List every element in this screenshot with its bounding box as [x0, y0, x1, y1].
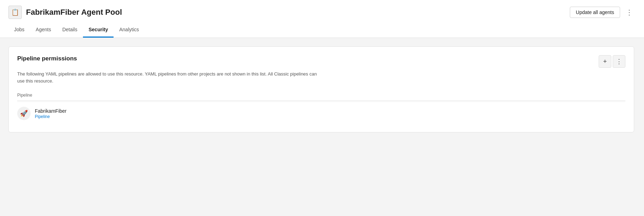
add-pipeline-button[interactable]: + — [599, 55, 611, 68]
card-description: The following YAML pipelines are allowed… — [17, 71, 320, 84]
pipeline-type: Pipeline — [35, 114, 66, 119]
column-header-pipeline: Pipeline — [17, 90, 625, 101]
pipeline-row: 🚀 FabrikamFiber Pipeline — [17, 102, 625, 124]
tab-jobs[interactable]: Jobs — [8, 23, 30, 38]
header-more-options-button[interactable]: ⋮ — [623, 7, 636, 18]
pipeline-info: FabrikamFiber Pipeline — [35, 108, 66, 119]
tab-details[interactable]: Details — [57, 23, 83, 38]
page-title: FabrikamFiber Agent Pool — [26, 8, 122, 17]
nav-tabs: Jobs Agents Details Security Analytics — [8, 23, 636, 38]
card-title: Pipeline permissions — [17, 55, 77, 62]
kebab-icon: ⋮ — [626, 8, 633, 16]
card-actions: + ⋮ — [599, 55, 625, 68]
update-all-agents-button[interactable]: Update all agents — [570, 7, 620, 18]
document-icon: 📋 — [11, 8, 19, 16]
tab-security[interactable]: Security — [83, 23, 114, 38]
page-icon: 📋 — [8, 6, 22, 19]
rocket-icon: 🚀 — [20, 110, 28, 117]
more-pipeline-options-button[interactable]: ⋮ — [613, 55, 625, 68]
pipeline-icon: 🚀 — [17, 107, 31, 120]
pipeline-name: FabrikamFiber — [35, 108, 66, 114]
tab-analytics[interactable]: Analytics — [114, 23, 144, 38]
tab-agents[interactable]: Agents — [30, 23, 57, 38]
pipeline-permissions-card: Pipeline permissions + ⋮ The following Y… — [8, 46, 634, 132]
card-header-left: Pipeline permissions — [17, 55, 77, 62]
